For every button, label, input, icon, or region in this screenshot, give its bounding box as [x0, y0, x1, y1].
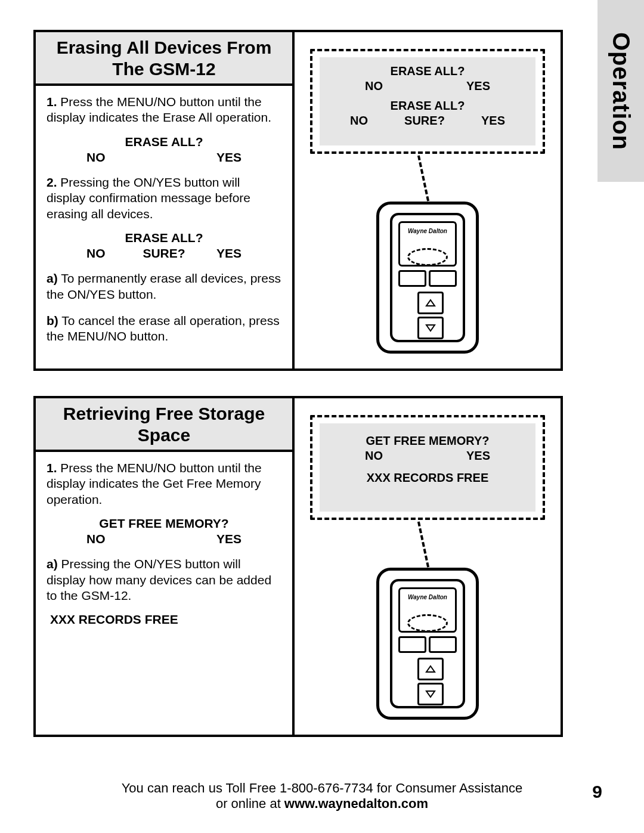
callout-yes: YES [466, 449, 490, 463]
lcd-yes: YES [216, 150, 242, 165]
svg-marker-2 [426, 666, 435, 672]
triangle-down-icon [425, 324, 436, 332]
step-number: 1. [47, 461, 57, 475]
page-number: 9 [592, 782, 602, 802]
step-text: Press the MENU/NO button until the displ… [47, 95, 271, 124]
step-letter: b) [47, 314, 58, 327]
step-number: 2. [47, 175, 57, 189]
lcd-no: NO [86, 150, 106, 165]
svg-marker-3 [426, 691, 435, 697]
device-brand: Wayne Dalton [400, 228, 455, 234]
device-illustration: Wayne Dalton [376, 202, 479, 354]
lcd-line: XXX RECORDS FREE [50, 612, 281, 627]
callout-box: ERASE ALL? NO YES ERASE ALL? NO SURE? YE… [310, 49, 545, 154]
svg-marker-1 [426, 325, 435, 331]
arrow-down-button [417, 683, 444, 705]
footer-line1: You can reach us Toll Free 1-800-676-773… [0, 781, 644, 796]
arrow-up-button [417, 292, 444, 314]
section1-step-a: a) To permanently erase all devices, pre… [47, 271, 281, 302]
footer: You can reach us Toll Free 1-800-676-773… [0, 781, 644, 812]
callout-yes: YES [466, 79, 490, 93]
step-text: Pressing the ON/YES button will display … [47, 557, 271, 602]
leader-line [417, 155, 429, 201]
lcd-line: ERASE ALL? [47, 230, 281, 246]
lcd-display-3: GET FREE MEMORY? NO YES [47, 516, 281, 547]
lcd-yes: YES [216, 531, 242, 547]
section2-step-a: a) Pressing the ON/YES button will displ… [47, 556, 281, 603]
lcd-display-2: ERASE ALL? NO SURE? YES [47, 230, 281, 262]
triangle-down-icon [425, 690, 436, 698]
step-letter: a) [47, 557, 58, 571]
lcd-display-4: XXX RECORDS FREE [47, 612, 281, 627]
lcd-line: ERASE ALL? [47, 134, 281, 150]
section-free-storage: Retrieving Free Storage Space 1. Press t… [33, 396, 563, 737]
callout-yes: YES [481, 114, 505, 128]
svg-marker-0 [426, 300, 435, 306]
section1-step-b: b) To cancel the erase all operation, pr… [47, 313, 281, 345]
step-number: 1. [47, 95, 57, 109]
callout-line: XXX RECORDS FREE [324, 471, 531, 485]
triangle-up-icon [425, 299, 436, 307]
section1-step1: 1. Press the MENU/NO button until the di… [47, 94, 281, 126]
lcd-no: NO [86, 531, 106, 547]
arrow-down-button [417, 317, 444, 339]
step-text: To cancel the erase all operation, press… [47, 314, 280, 343]
device-right-button [429, 636, 457, 653]
step-text: Press the MENU/NO button until the displ… [47, 461, 262, 506]
lcd-line: GET FREE MEMORY? [47, 516, 281, 531]
section-erase-all: Erasing All Devices From The GSM-12 1. P… [33, 30, 563, 371]
device-left-button [398, 270, 426, 287]
section2-title: Retrieving Free Storage Space [36, 398, 292, 452]
triangle-up-icon [425, 665, 436, 673]
lcd-display-1: ERASE ALL? NO YES [47, 134, 281, 166]
section2-step1: 1. Press the MENU/NO button until the di… [47, 460, 281, 507]
callout-box: GET FREE MEMORY? NO YES XXX RECORDS FREE [310, 415, 545, 520]
step-text: To permanently erase all devices, press … [47, 271, 281, 301]
lcd-no: NO [86, 246, 138, 261]
callout-no: NO [365, 449, 383, 463]
callout-mid: SURE? [404, 114, 445, 128]
callout-no: NO [365, 79, 383, 93]
device-left-button [398, 636, 426, 653]
lcd-mid: SURE? [138, 246, 190, 261]
leader-line [417, 521, 429, 567]
section1-step2: 2. Pressing the ON/YES button will displ… [47, 175, 281, 222]
callout-no: NO [350, 114, 368, 128]
footer-url: www.waynedalton.com [284, 796, 428, 811]
arrow-up-button [417, 658, 444, 680]
footer-line2-pre: or online at [216, 796, 284, 811]
lcd-yes: YES [190, 246, 242, 261]
step-text: Pressing the ON/YES button will display … [47, 175, 250, 221]
callout-line: GET FREE MEMORY? [324, 434, 531, 448]
callout-line: ERASE ALL? [324, 64, 531, 78]
section1-title: Erasing All Devices From The GSM-12 [36, 32, 292, 86]
highlight-ellipse [407, 248, 448, 266]
callout-line: ERASE ALL? [324, 99, 531, 113]
device-brand: Wayne Dalton [400, 594, 455, 600]
device-button-row [398, 636, 457, 653]
device-button-row [398, 270, 457, 287]
step-letter: a) [47, 271, 58, 285]
device-illustration: Wayne Dalton [376, 568, 479, 720]
highlight-ellipse [407, 614, 448, 632]
device-right-button [429, 270, 457, 287]
